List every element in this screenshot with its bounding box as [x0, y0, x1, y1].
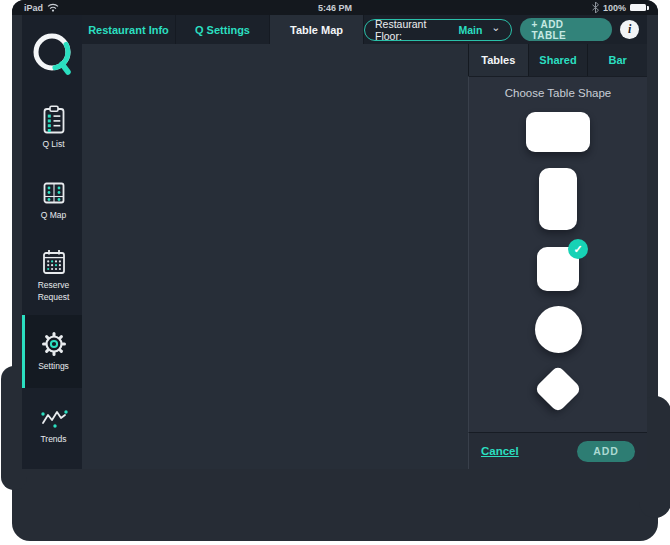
device-name-label: iPad: [24, 3, 43, 13]
trend-line-icon: [40, 408, 68, 430]
calendar-icon: [41, 249, 67, 276]
sidebar-item-label: Q List: [39, 139, 67, 150]
clipboard-list-icon: [41, 105, 67, 135]
main-column: Restaurant Info Q Settings Table Map Res…: [82, 15, 647, 469]
bluetooth-icon: [592, 2, 599, 13]
wifi-icon: [47, 3, 59, 12]
status-right: 100%: [592, 2, 646, 13]
floor-dropdown-value: Main: [458, 24, 482, 36]
nav-right-controls: Restaurant Floor: Main ⌄ + ADD TABLE i: [364, 15, 647, 44]
sidebar-item-label: Settings: [35, 361, 72, 372]
panel-tab-shared[interactable]: Shared: [528, 44, 588, 76]
q-app-logo: [22, 15, 82, 91]
app-screen: Q List Q Map: [22, 15, 647, 469]
add-table-button[interactable]: + ADD TABLE: [520, 18, 613, 41]
gear-icon: [41, 331, 67, 357]
panel-footer: Cancel ADD: [468, 432, 647, 469]
info-icon[interactable]: i: [620, 20, 639, 39]
status-time: 5:46 PM: [318, 3, 352, 13]
sidebar-item-trends[interactable]: Trends: [22, 388, 82, 466]
sidebar-item-label: Q Map: [38, 210, 70, 221]
shape-chooser-title: Choose Table Shape: [505, 87, 612, 99]
cancel-link[interactable]: Cancel: [481, 445, 519, 457]
tab-q-settings[interactable]: Q Settings: [176, 15, 270, 44]
selected-check-badge: ✓: [568, 239, 588, 259]
grid-map-icon: [41, 180, 67, 206]
shape-option-diamond[interactable]: [534, 365, 582, 413]
sidebar-item-q-map[interactable]: Q Map: [22, 164, 82, 237]
content-row: Tables Shared Bar Choose Table Shape ✓: [82, 44, 647, 469]
shape-chooser: Choose Table Shape ✓: [468, 76, 647, 432]
add-button[interactable]: ADD: [577, 441, 635, 462]
sidebar: Q List Q Map: [22, 15, 82, 469]
status-left: iPad: [24, 3, 59, 13]
sidebar-item-settings[interactable]: Settings: [22, 315, 82, 388]
shape-diamond: [534, 365, 582, 413]
shape-option-rounded-rect-tall[interactable]: [539, 168, 577, 230]
shape-option-square-selected[interactable]: ✓: [537, 247, 579, 291]
sidebar-item-q-list[interactable]: Q List: [22, 91, 82, 164]
restaurant-floor-dropdown[interactable]: Restaurant Floor: Main ⌄: [364, 19, 512, 41]
chevron-down-icon: ⌄: [491, 21, 500, 34]
panel-tab-tables[interactable]: Tables: [468, 44, 528, 76]
battery-icon: [630, 4, 646, 11]
status-bar: iPad 5:46 PM 100%: [12, 0, 658, 15]
floor-dropdown-label: Restaurant Floor:: [375, 18, 454, 42]
table-map-canvas[interactable]: [82, 44, 468, 469]
table-shape-panel: Tables Shared Bar Choose Table Shape ✓: [468, 44, 647, 469]
sidebar-item-label: Trends: [37, 434, 69, 445]
panel-tabs: Tables Shared Bar: [468, 44, 647, 76]
tab-restaurant-info[interactable]: Restaurant Info: [82, 15, 176, 44]
sidebar-item-reserve-request[interactable]: Reserve Request: [22, 237, 82, 315]
top-nav-bar: Restaurant Info Q Settings Table Map Res…: [82, 15, 647, 44]
ipad-device-frame: iPad 5:46 PM 100%: [12, 0, 658, 541]
shape-option-circle[interactable]: [535, 306, 582, 353]
tab-table-map[interactable]: Table Map: [270, 15, 364, 44]
battery-percent-label: 100%: [603, 3, 626, 13]
shape-option-rounded-rect-wide[interactable]: [526, 112, 590, 152]
q-logo-icon: [30, 30, 74, 82]
panel-tab-bar[interactable]: Bar: [587, 44, 647, 76]
sidebar-item-label: Reserve Request: [25, 280, 82, 302]
